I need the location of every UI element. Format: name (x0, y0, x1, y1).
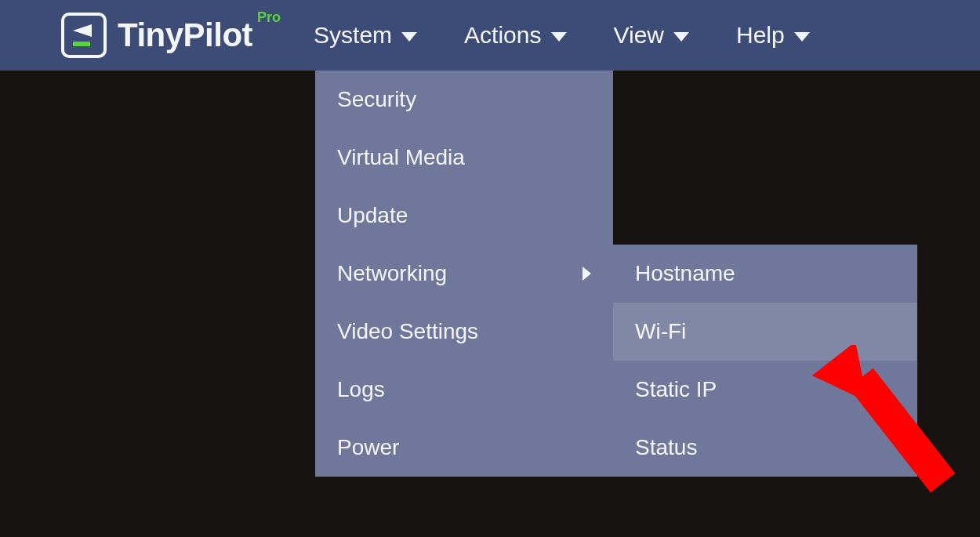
system-dropdown: Security Virtual Media Update Networking… (315, 71, 613, 477)
submenu-static-ip[interactable]: Static IP (613, 361, 917, 419)
menu-label: Logs (337, 377, 385, 402)
menu-power[interactable]: Power (315, 419, 613, 477)
submenu-label: Static IP (635, 377, 717, 402)
nav-label: Help (736, 0, 785, 71)
submenu-status[interactable]: Status (613, 419, 917, 477)
chevron-down-icon (673, 32, 689, 42)
top-nav: System Actions View Help (314, 0, 810, 71)
pro-badge: Pro (257, 9, 281, 26)
chevron-down-icon (551, 32, 567, 42)
nav-label: System (314, 0, 392, 71)
menu-security[interactable]: Security (315, 71, 613, 129)
topbar: TinyPilot Pro System Actions View Help (0, 0, 980, 71)
content-area: Security Virtual Media Update Networking… (0, 71, 980, 537)
brand-name: TinyPilot (118, 16, 252, 54)
menu-update[interactable]: Update (315, 187, 613, 245)
chevron-down-icon (794, 32, 810, 42)
chevron-down-icon (401, 32, 417, 42)
svg-marker-0 (73, 24, 92, 37)
menu-label: Security (337, 87, 416, 112)
menu-label: Networking (337, 261, 447, 286)
nav-system[interactable]: System (314, 0, 417, 71)
menu-virtual-media[interactable]: Virtual Media (315, 129, 613, 187)
submenu-label: Hostname (635, 261, 735, 286)
menu-networking[interactable]: Networking (315, 245, 613, 303)
menu-label: Power (337, 435, 399, 460)
logo-icon (61, 13, 107, 58)
menu-label: Virtual Media (337, 145, 465, 170)
menu-logs[interactable]: Logs (315, 361, 613, 419)
nav-actions[interactable]: Actions (464, 0, 566, 71)
nav-help[interactable]: Help (736, 0, 810, 71)
submenu-wifi[interactable]: Wi-Fi (613, 303, 917, 361)
brand-logo[interactable]: TinyPilot Pro (61, 13, 252, 58)
menu-video-settings[interactable]: Video Settings (315, 303, 613, 361)
menu-label: Update (337, 203, 408, 228)
nav-view[interactable]: View (614, 0, 689, 71)
nav-label: Actions (464, 0, 541, 71)
svg-rect-1 (73, 42, 90, 46)
submenu-label: Status (635, 435, 697, 460)
menu-label: Video Settings (337, 319, 478, 344)
nav-label: View (614, 0, 664, 71)
chevron-right-icon (583, 267, 591, 281)
networking-submenu: Hostname Wi-Fi Static IP Status (613, 245, 917, 477)
submenu-hostname[interactable]: Hostname (613, 245, 917, 303)
submenu-label: Wi-Fi (635, 319, 686, 344)
